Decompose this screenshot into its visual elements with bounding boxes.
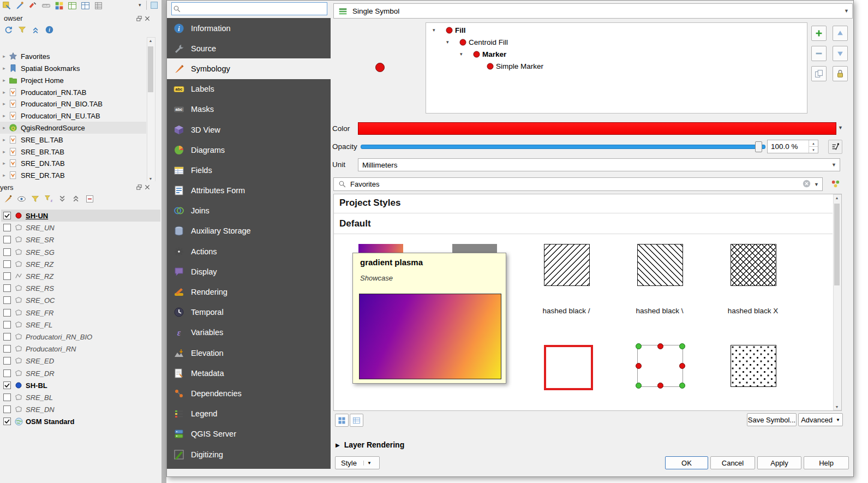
- sidebar-item-qgis-server[interactable]: QGIS Server: [167, 424, 331, 444]
- layer-rendering-toggle[interactable]: ▶ Layer Rendering: [336, 440, 404, 449]
- expand-arrow-icon[interactable]: ▸: [0, 137, 8, 142]
- swatch-hashed-black-slash[interactable]: [544, 244, 590, 286]
- checkbox-icon[interactable]: [3, 406, 11, 413]
- unit-select[interactable]: Millimeters ▼: [358, 158, 840, 171]
- sidebar-item-information[interactable]: iInformation: [167, 18, 331, 38]
- filter-legend-icon[interactable]: [30, 194, 40, 204]
- close-panel-icon[interactable]: [144, 184, 151, 191]
- layer-item[interactable]: SRE_DR: [1, 367, 160, 379]
- opacity-spinbox[interactable]: 100.0 % ▲▼: [767, 140, 818, 153]
- swatch-hashed-black-x[interactable]: [731, 244, 776, 286]
- swatch-outline-dots[interactable]: [637, 345, 683, 387]
- move-down-button[interactable]: [833, 46, 848, 61]
- sidebar-item-temporal[interactable]: Temporal: [167, 302, 331, 323]
- browser-item[interactable]: ▸Producatori_RN_EU.TAB: [0, 110, 146, 122]
- properties-widget-icon[interactable]: i: [44, 25, 55, 35]
- swatch-outline-red[interactable]: [544, 345, 593, 390]
- lock-color-button[interactable]: [833, 66, 848, 81]
- chevron-down-icon[interactable]: ▼: [838, 125, 843, 130]
- tool-icon[interactable]: [80, 1, 91, 10]
- properties-search-input[interactable]: [182, 3, 327, 14]
- browser-item[interactable]: ▸Favorites: [0, 50, 146, 62]
- layer-item[interactable]: SH-UN: [1, 210, 160, 222]
- checkbox-checked-icon[interactable]: [3, 212, 11, 219]
- layer-item[interactable]: SRE_RZ: [1, 270, 160, 282]
- checkbox-icon[interactable]: [3, 345, 11, 353]
- checkbox-icon[interactable]: [3, 296, 11, 304]
- layer-item[interactable]: Producatori_RN: [1, 343, 160, 355]
- close-panel-icon[interactable]: [144, 15, 151, 22]
- sidebar-item-variables[interactable]: εVariables: [167, 323, 331, 343]
- layer-item[interactable]: SRE_FL: [1, 319, 160, 331]
- style-search-value[interactable]: Favorites: [350, 180, 379, 188]
- scroll-up-icon[interactable]: ▲: [834, 196, 840, 200]
- layer-item[interactable]: SRE_OC: [1, 294, 160, 306]
- sidebar-item-rendering[interactable]: Rendering: [167, 282, 331, 302]
- swatch-dotted-black[interactable]: [731, 345, 776, 387]
- data-defined-override-button[interactable]: [828, 140, 842, 154]
- expand-arrow-icon[interactable]: ▸: [0, 77, 8, 83]
- refresh-icon[interactable]: [3, 25, 14, 35]
- spinbox-arrows[interactable]: ▲▼: [809, 140, 818, 153]
- sidebar-item-metadata[interactable]: Metadata: [167, 363, 331, 383]
- browser-item[interactable]: ▸Project Home: [0, 74, 146, 86]
- checkbox-checked-icon[interactable]: [3, 381, 11, 389]
- browser-item[interactable]: ▸SRE_DR.TAB: [0, 169, 146, 181]
- checkbox-checked-icon[interactable]: [3, 418, 11, 425]
- scroll-down-icon[interactable]: ▼: [834, 405, 840, 409]
- apply-button[interactable]: Apply: [757, 456, 801, 469]
- save-symbol-button[interactable]: Save Symbol...: [747, 413, 797, 426]
- layer-item[interactable]: SH-BL: [1, 379, 160, 391]
- checkbox-icon[interactable]: [3, 393, 11, 401]
- checkbox-icon[interactable]: [3, 224, 11, 231]
- symbol-tree-row[interactable]: ▾Fill: [426, 24, 805, 36]
- sidebar-item-auxiliary-storage[interactable]: Auxiliary Storage: [167, 221, 331, 241]
- sidebar-item-attributes-form[interactable]: Attributes Form: [167, 181, 331, 201]
- browser-item[interactable]: ▸SRE_BR.TAB: [0, 146, 146, 158]
- tool-icon[interactable]: [54, 1, 64, 10]
- layer-item[interactable]: Producatori_RN_BIO: [1, 331, 160, 343]
- sidebar-item-actions[interactable]: Actions: [167, 241, 331, 261]
- collapse-all-icon[interactable]: [71, 194, 81, 204]
- browser-item[interactable]: ▸Producatori_RN_BIO.TAB: [0, 98, 146, 110]
- browser-item[interactable]: ▸Producatori_RN.TAB: [0, 86, 146, 98]
- sidebar-item-fields[interactable]: Fields: [167, 160, 331, 180]
- filter-browser-icon[interactable]: [17, 25, 27, 35]
- checkbox-icon[interactable]: [3, 260, 11, 268]
- remove-symbol-layer-button[interactable]: [811, 46, 827, 61]
- sidebar-item-legend[interactable]: Legend: [167, 404, 331, 424]
- checkbox-icon[interactable]: [3, 236, 11, 243]
- expand-arrow-icon[interactable]: ▸: [0, 90, 8, 95]
- browser-item[interactable]: ▸SRE_BL.TAB: [0, 134, 146, 146]
- scroll-down-icon[interactable]: ▼: [147, 177, 154, 181]
- sidebar-item-masks[interactable]: abcMasks: [167, 99, 331, 120]
- browser-item[interactable]: ▸Spatial Bookmarks: [0, 62, 146, 74]
- clear-search-icon[interactable]: [803, 180, 811, 189]
- layer-item[interactable]: OSM Standard: [1, 415, 160, 427]
- chevron-down-icon[interactable]: ▼: [814, 182, 819, 187]
- checkbox-icon[interactable]: [3, 284, 11, 292]
- chevron-down-icon[interactable]: ▾: [446, 39, 454, 45]
- sidebar-item-digitizing[interactable]: Digitizing: [167, 444, 331, 464]
- styles-scrollbar[interactable]: ▲ ▼: [833, 194, 842, 410]
- browser-item-selected[interactable]: ▸QQgisRednordSource: [0, 122, 146, 134]
- duplicate-symbol-layer-button[interactable]: [811, 66, 827, 81]
- tool-icon[interactable]: [2, 1, 12, 10]
- scroll-up-icon[interactable]: ▲: [147, 39, 154, 43]
- tool-icon[interactable]: [28, 1, 38, 10]
- symbol-tree-row[interactable]: Simple Marker: [426, 60, 805, 72]
- expand-arrow-icon[interactable]: ▸: [0, 125, 8, 130]
- toolbar-overflow-icon[interactable]: ▾: [139, 2, 141, 8]
- float-panel-icon[interactable]: [136, 184, 143, 191]
- sidebar-item-elevation[interactable]: Elevation: [167, 343, 331, 363]
- expand-arrow-icon[interactable]: ▸: [0, 53, 8, 59]
- style-manager-button[interactable]: [829, 177, 842, 190]
- checkbox-icon[interactable]: [3, 321, 11, 329]
- layer-styling-icon[interactable]: [3, 194, 13, 204]
- tool-icon[interactable]: [67, 1, 77, 10]
- sidebar-item-labels[interactable]: abcLabels: [167, 79, 331, 99]
- browser-scrollbar[interactable]: ▲ ▼: [147, 37, 155, 181]
- tool-icon[interactable]: [15, 1, 25, 10]
- expand-arrow-icon[interactable]: ▸: [0, 113, 8, 118]
- checkbox-icon[interactable]: [3, 309, 11, 317]
